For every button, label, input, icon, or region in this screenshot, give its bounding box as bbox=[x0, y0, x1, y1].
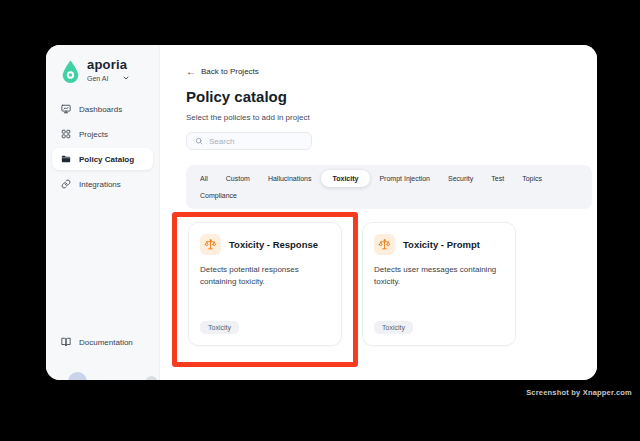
monitor-icon bbox=[61, 104, 71, 114]
tab-security[interactable]: Security bbox=[439, 170, 482, 187]
policy-card-toxicity-response[interactable]: Toxicity - Response Detects potential re… bbox=[188, 222, 342, 346]
scales-icon bbox=[374, 234, 395, 255]
tab-toxicity[interactable]: Toxicity bbox=[321, 170, 371, 187]
aporia-logo-icon bbox=[61, 59, 80, 84]
sidebar-item-policy-catalog[interactable]: Policy Catalog bbox=[52, 148, 153, 170]
search-input[interactable] bbox=[209, 137, 303, 146]
policy-card-toxicity-prompt[interactable]: Toxicity - Prompt Detects user messages … bbox=[362, 222, 516, 346]
arrow-left-icon: ← bbox=[186, 68, 196, 76]
sidebar-item-dashboards[interactable]: Dashboards bbox=[52, 98, 153, 120]
card-description: Detects user messages containing toxicit… bbox=[374, 264, 506, 289]
back-to-projects-link[interactable]: ← Back to Projects bbox=[186, 67, 259, 76]
search-box[interactable] bbox=[186, 132, 312, 150]
tab-compliance[interactable]: Compliance bbox=[191, 187, 246, 204]
sidebar-nav: Dashboards Projects Policy Catalog Integ… bbox=[46, 98, 159, 195]
card-tag-badge: Toxicity bbox=[200, 321, 239, 334]
avatar[interactable] bbox=[68, 372, 87, 380]
tab-prompt-injection[interactable]: Prompt Injection bbox=[370, 170, 439, 187]
page-subtitle: Select the policies to add in project bbox=[186, 113, 310, 122]
sidebar-item-label: Projects bbox=[79, 130, 108, 139]
app-window: aporia Gen AI Dashboards Projects bbox=[46, 45, 597, 380]
link-icon bbox=[61, 179, 71, 189]
sidebar-item-label: Policy Catalog bbox=[79, 155, 134, 164]
sidebar-item-label: Documentation bbox=[79, 338, 133, 347]
main-content: ← Back to Projects Policy catalog Select… bbox=[160, 45, 597, 380]
tab-custom[interactable]: Custom bbox=[217, 170, 259, 187]
help-bubble-partial[interactable] bbox=[146, 376, 157, 380]
brand-name: aporia bbox=[87, 58, 130, 71]
sidebar-item-integrations[interactable]: Integrations bbox=[52, 173, 153, 195]
tab-topics[interactable]: Topics bbox=[513, 170, 551, 187]
book-open-icon bbox=[61, 337, 71, 347]
sidebar-item-documentation[interactable]: Documentation bbox=[52, 331, 153, 353]
sidebar-item-label: Dashboards bbox=[79, 105, 122, 114]
chevron-down-icon[interactable] bbox=[122, 74, 130, 82]
card-title: Toxicity - Prompt bbox=[403, 239, 480, 250]
workspace-name: Gen AI bbox=[87, 75, 108, 82]
workspace-switcher[interactable]: aporia Gen AI bbox=[46, 45, 159, 84]
sidebar-item-projects[interactable]: Projects bbox=[52, 123, 153, 145]
policy-cards: Toxicity - Response Detects potential re… bbox=[188, 222, 516, 346]
scales-icon bbox=[200, 234, 221, 255]
watermark-text: Screenshot by Xnapper.com bbox=[526, 388, 632, 397]
page-title: Policy catalog bbox=[186, 88, 287, 105]
tab-test[interactable]: Test bbox=[482, 170, 513, 187]
search-icon bbox=[195, 137, 203, 145]
screenshot-stage: aporia Gen AI Dashboards Projects bbox=[0, 0, 640, 441]
back-link-label: Back to Projects bbox=[201, 67, 259, 76]
sidebar-item-label: Integrations bbox=[79, 180, 121, 189]
folder-icon bbox=[61, 154, 71, 164]
card-tag-badge: Toxicity bbox=[374, 321, 413, 334]
tab-hallucinations[interactable]: Hallucinations bbox=[259, 170, 321, 187]
card-description: Detects potential responses containing t… bbox=[200, 264, 332, 289]
card-title: Toxicity - Response bbox=[229, 239, 318, 250]
sidebar: aporia Gen AI Dashboards Projects bbox=[46, 45, 160, 380]
grid-icon bbox=[61, 129, 71, 139]
logo-text: aporia Gen AI bbox=[87, 58, 130, 82]
tab-all[interactable]: All bbox=[191, 170, 217, 187]
filter-tabs: All Custom Hallucinations Toxicity Promp… bbox=[186, 165, 592, 209]
